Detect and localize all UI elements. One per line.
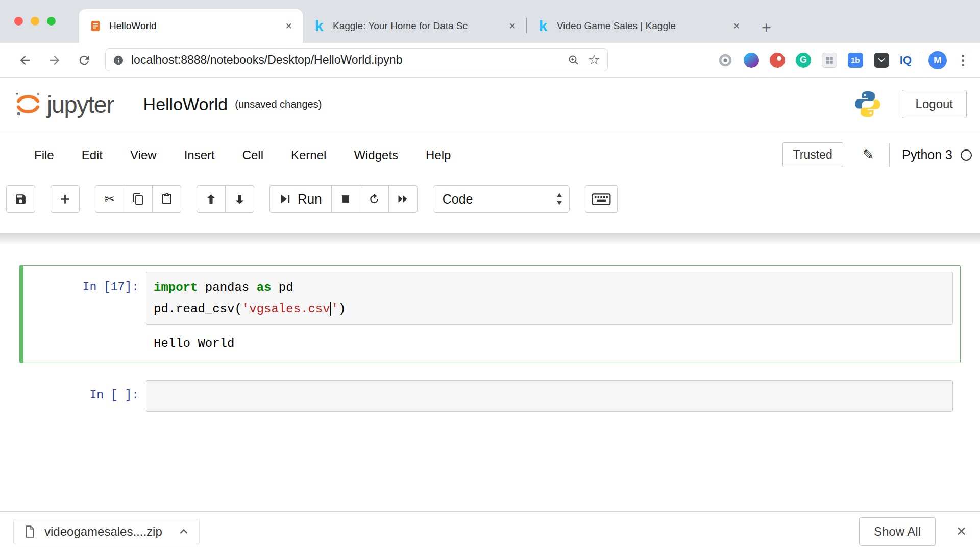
interrupt-kernel-button[interactable] <box>331 185 360 213</box>
restart-kernel-button[interactable] <box>360 185 389 213</box>
zoom-icon[interactable] <box>568 54 580 66</box>
jupyter-planet-icon <box>13 89 43 119</box>
paste-cell-button[interactable] <box>152 185 181 213</box>
extension-lens-icon[interactable] <box>718 53 733 68</box>
tab-close-icon[interactable]: ✕ <box>281 19 297 34</box>
window-zoom-button[interactable] <box>47 17 56 26</box>
run-button-group: Run <box>270 185 418 213</box>
cut-cell-button[interactable]: ✂ <box>95 185 124 213</box>
move-cell-down-button[interactable] <box>225 185 254 213</box>
new-tab-button[interactable]: + <box>755 19 777 36</box>
menu-cell[interactable]: Cell <box>229 148 277 162</box>
kaggle-icon: k <box>312 19 326 33</box>
extension-grid-icon[interactable] <box>822 53 837 68</box>
cell-type-value: Code <box>443 192 473 207</box>
jupyter-logo[interactable]: jupyter <box>13 89 114 119</box>
plus-icon <box>59 193 71 206</box>
run-icon <box>279 193 291 205</box>
notebook-title[interactable]: HelloWorld <box>143 94 228 114</box>
trusted-button[interactable]: Trusted <box>782 142 843 167</box>
forward-button[interactable] <box>40 53 69 67</box>
toolbar-divider <box>920 53 920 68</box>
tab-title: Video Game Sales | Kaggle <box>557 20 729 32</box>
copy-icon <box>132 193 144 205</box>
code-line[interactable]: pd.read_csv('vgsales.csv') <box>154 298 945 320</box>
extensions-area: G 1b IQ <box>718 53 912 68</box>
output-prompt <box>23 325 146 356</box>
menu-edit[interactable]: Edit <box>68 148 116 162</box>
run-button[interactable]: Run <box>270 185 332 213</box>
edit-button-group: ✂ <box>95 185 181 213</box>
browser-tab-video-game-sales[interactable]: k Video Game Sales | Kaggle ✕ <box>527 9 750 43</box>
command-palette-button[interactable] <box>585 185 618 213</box>
tab-close-icon[interactable]: ✕ <box>505 19 520 34</box>
extension-red-icon[interactable] <box>770 53 785 68</box>
download-chevron-up-icon[interactable] <box>178 525 190 538</box>
grammarly-icon[interactable]: G <box>796 53 811 68</box>
browser-tab-kaggle-home[interactable]: k Kaggle: Your Home for Data Sc ✕ <box>303 9 526 43</box>
tab-title: Kaggle: Your Home for Data Sc <box>333 20 505 32</box>
code-line[interactable]: import pandas as pd <box>154 277 945 298</box>
code-line[interactable] <box>154 385 945 407</box>
extension-swirl-icon[interactable] <box>744 53 759 68</box>
jupyter-notebook-icon <box>88 19 103 33</box>
bookmark-star-icon[interactable]: ☆ <box>588 53 600 67</box>
code-editor[interactable] <box>146 380 953 412</box>
code-cell-2[interactable]: In [ ]: <box>19 373 961 419</box>
copy-cell-button[interactable] <box>124 185 153 213</box>
code-editor[interactable]: import pandas as pd pd.read_csv('vgsales… <box>146 272 953 325</box>
download-shelf: videogamesales....zip Show All ✕ <box>0 511 980 551</box>
jupyter-header: jupyter HelloWorld (unsaved changes) Log… <box>0 78 980 131</box>
window-close-button[interactable] <box>14 17 23 26</box>
restart-run-all-button[interactable] <box>388 185 418 213</box>
scissors-icon: ✂ <box>104 193 114 205</box>
kernel-name: Python 3 <box>902 147 952 162</box>
menu-insert[interactable]: Insert <box>170 148 229 162</box>
menu-help[interactable]: Help <box>412 148 464 162</box>
cell-input-row: In [17]: import pandas as pd pd.read_csv… <box>23 272 953 325</box>
address-bar[interactable]: localhost:8888/notebooks/Desktop/HelloWo… <box>105 48 608 71</box>
iq-extension-icon[interactable]: IQ <box>900 53 912 68</box>
download-filename[interactable]: videogamesales....zip <box>44 524 162 539</box>
shelf-close-icon[interactable]: ✕ <box>956 524 967 539</box>
url-text[interactable]: localhost:8888/notebooks/Desktop/HelloWo… <box>131 53 559 67</box>
tabs-container: HelloWorld ✕ k Kaggle: Your Home for Dat… <box>79 0 777 43</box>
keyboard-icon <box>592 192 611 206</box>
menu-widgets[interactable]: Widgets <box>340 148 412 162</box>
code-cell-1[interactable]: In [17]: import pandas as pd pd.read_csv… <box>19 265 961 363</box>
pocket-icon[interactable] <box>874 53 889 68</box>
jupyter-toolbar: ✂ Run Code <box>0 179 980 219</box>
fast-forward-icon <box>397 193 409 205</box>
input-prompt: In [17]: <box>23 272 146 325</box>
jupyter-menubar: File Edit View Insert Cell Kernel Widget… <box>0 131 980 179</box>
move-cell-up-button[interactable] <box>197 185 226 213</box>
menubar-right: Trusted ✎ Python 3 <box>782 142 972 167</box>
tab-close-icon[interactable]: ✕ <box>729 19 744 34</box>
cell-type-select[interactable]: Code <box>433 185 570 213</box>
download-item[interactable]: videogamesales....zip <box>13 519 200 544</box>
one-blocker-icon[interactable]: 1b <box>848 53 863 68</box>
logout-button[interactable]: Logout <box>902 90 967 118</box>
back-button[interactable] <box>10 53 40 67</box>
file-icon <box>23 525 36 538</box>
browser-toolbar: localhost:8888/notebooks/Desktop/HelloWo… <box>0 43 980 78</box>
menu-file[interactable]: File <box>20 148 68 162</box>
shelf-right: Show All ✕ <box>859 517 967 546</box>
browser-tab-helloworld[interactable]: HelloWorld ✕ <box>79 9 303 43</box>
save-button[interactable] <box>6 185 35 213</box>
site-info-icon[interactable] <box>113 55 124 66</box>
browser-menu-icon[interactable]: ⋮ <box>956 52 970 68</box>
paste-icon <box>161 193 173 205</box>
kaggle-icon: k <box>536 19 550 33</box>
menu-kernel[interactable]: Kernel <box>277 148 340 162</box>
show-all-button[interactable]: Show All <box>859 517 936 546</box>
tab-title: HelloWorld <box>109 20 281 32</box>
profile-avatar[interactable]: M <box>928 51 947 69</box>
insert-cell-button[interactable] <box>51 185 80 213</box>
edit-title-pencil-icon[interactable]: ✎ <box>863 147 874 163</box>
window-minimize-button[interactable] <box>31 17 39 26</box>
python-logo <box>853 89 883 119</box>
menu-view[interactable]: View <box>116 148 170 162</box>
header-shadow-band <box>0 233 980 244</box>
reload-button[interactable] <box>69 53 99 67</box>
